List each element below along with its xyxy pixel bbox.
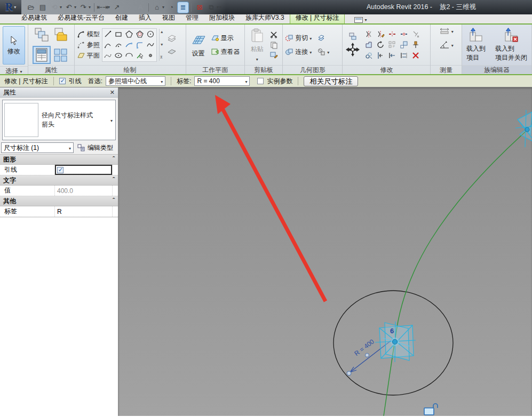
array-icon[interactable]: P [388, 41, 396, 49]
tag-icon[interactable]: ◇ [123, 2, 134, 13]
draw-center-arc-icon[interactable] [114, 41, 123, 49]
element-filter-select[interactable]: 尺寸标注 (1) [1, 142, 74, 153]
dimension-icon[interactable]: ⇤⇥ [97, 2, 108, 13]
ribbon-state-toggle[interactable]: ▾ [352, 17, 369, 23]
split-element-icon[interactable] [388, 30, 396, 38]
dimension-text[interactable]: R = 400 [353, 338, 376, 357]
mirror-draw-axis-icon[interactable] [376, 30, 385, 38]
draw-spline2-icon[interactable] [104, 51, 112, 60]
switch-windows-icon[interactable]: ⧉ [206, 2, 217, 13]
angle-dimension-button[interactable] [439, 40, 454, 50]
collapse-icon[interactable] [113, 197, 115, 205]
group-graphics[interactable]: 图形 [0, 155, 118, 165]
leader-property-checkbox[interactable] [57, 167, 63, 173]
pin-icon[interactable] [411, 41, 420, 49]
panel-label-select[interactable]: 选择 [0, 66, 28, 75]
paste-button[interactable]: 粘贴 [247, 27, 267, 63]
draw-rectangle-icon[interactable] [114, 30, 123, 38]
sync-caret-icon[interactable]: ▾ [60, 5, 62, 10]
load-into-project-button[interactable]: 载入到项目 [464, 26, 488, 63]
switch-windows-caret-icon[interactable]: ▾ [217, 5, 219, 10]
unjoin-icon[interactable] [317, 47, 325, 56]
text-icon[interactable]: A [135, 2, 146, 13]
draw-pick-lines-icon[interactable] [136, 51, 144, 60]
load-into-project-close-button[interactable]: 载入到项目并关闭 [493, 26, 529, 63]
properties-palette-icon[interactable] [34, 47, 50, 63]
close-icon[interactable]: ✕ [110, 89, 115, 96]
draw-point-icon[interactable] [146, 51, 155, 60]
draw-start-end-arc-icon[interactable] [104, 41, 112, 49]
cut-icon[interactable] [269, 30, 278, 39]
draw-inscribed-polygon-icon[interactable] [125, 30, 133, 38]
offset-icon[interactable] [364, 51, 373, 60]
draw-fillet-arc-icon[interactable] [136, 41, 144, 49]
tag-select[interactable]: R = 400 [194, 76, 250, 86]
collapse-icon[interactable] [113, 156, 115, 163]
green-reference-curve[interactable] [384, 130, 527, 416]
draw-plane-button[interactable]: 平面 [77, 51, 100, 60]
properties-header[interactable]: 属性 ✕ [0, 87, 118, 98]
move-icon[interactable] [345, 42, 361, 58]
leader-value-cell[interactable] [55, 165, 112, 175]
geometry-join-button[interactable]: 连接 [285, 47, 312, 57]
draw-scrollbar[interactable]: ▲ ▼ ⊼ [159, 29, 164, 61]
center-gizmo[interactable] [375, 322, 416, 362]
customize-qat-icon[interactable]: ▾ [219, 5, 221, 10]
match-type-icon[interactable] [269, 51, 278, 59]
modify-button[interactable]: 修改 [3, 26, 25, 65]
paste-aligned-icon[interactable] [348, 32, 357, 41]
trim-extend-corner-icon[interactable] [411, 30, 420, 38]
save-icon[interactable]: ▤ [37, 2, 48, 13]
redo-icon[interactable]: ↷ [78, 2, 89, 13]
align-icon[interactable]: ↑ [376, 51, 385, 60]
revit-app-menu[interactable]: R ▾ [0, 0, 21, 14]
view-caret-icon[interactable]: ▾ [162, 5, 164, 10]
related-dimensions-button[interactable]: 相关尺寸标注 [304, 76, 358, 86]
draw-model-button[interactable]: 模型 [77, 29, 100, 39]
family-category-icon[interactable] [53, 27, 69, 43]
scroll-expand-icon[interactable]: ⊼ [160, 55, 164, 60]
group-text[interactable]: 文字 [0, 175, 118, 186]
geometry-cut-button[interactable]: 剪切 [285, 33, 312, 43]
draw-circle-icon[interactable] [146, 30, 155, 38]
pick-3d-edges-icon[interactable] [166, 33, 177, 44]
draw-partial-ellipse-icon[interactable] [125, 51, 133, 60]
top-right-gizmo[interactable] [515, 110, 532, 147]
section-icon[interactable]: ◔ [166, 2, 177, 13]
workplane-set-button[interactable]: 设置 [188, 31, 209, 59]
drawing-canvas[interactable]: R = 400 6 [118, 87, 532, 416]
draw-ellipse-icon[interactable] [114, 51, 123, 60]
default-3d-view-icon[interactable]: ⌂ [152, 2, 162, 13]
prefer-select[interactable]: 参照墙中心线 [106, 76, 165, 86]
draw-circumscribed-polygon-icon[interactable] [136, 30, 144, 38]
instance-parameter-checkbox[interactable] [257, 78, 264, 84]
dimension-caret-icon[interactable]: ▾ [108, 5, 110, 10]
tag-cell[interactable]: R [55, 206, 112, 216]
measure-button[interactable] [439, 26, 454, 36]
draw-reference-button[interactable]: 参照 [77, 40, 100, 50]
scale-icon[interactable] [400, 41, 408, 49]
type-properties-icon[interactable] [34, 27, 50, 43]
type-selector[interactable]: 径向尺寸标注样式 箭头 [2, 100, 116, 140]
close-hidden-windows-icon[interactable]: ⊠ [194, 2, 205, 13]
leader-checkbox[interactable] [59, 78, 66, 84]
pick-face-icon[interactable] [166, 46, 177, 57]
delete-icon[interactable] [411, 51, 420, 60]
undo-caret-icon[interactable]: ▾ [74, 5, 76, 10]
rotate-icon[interactable] [376, 41, 385, 49]
dimension-end-grip[interactable] [347, 371, 351, 375]
workplane-viewer-button[interactable]: 查看器 [211, 47, 240, 57]
trim-extend-multi-icon[interactable] [400, 51, 408, 60]
cope-icon[interactable] [364, 41, 373, 49]
modify-arrow-icon[interactable]: ↗ [112, 2, 122, 13]
draw-spline-icon[interactable] [146, 41, 155, 49]
sync-icon[interactable]: ⟲ [49, 2, 60, 13]
scroll-down-icon[interactable]: ▼ [160, 43, 164, 46]
scroll-up-icon[interactable]: ▲ [160, 30, 164, 34]
show-hidden-box-icon[interactable] [317, 34, 325, 42]
value-cell[interactable]: 400.0 [55, 186, 112, 196]
edit-type-button[interactable]: 编辑类型 [76, 143, 114, 153]
draw-line-icon[interactable] [104, 30, 112, 38]
collapse-icon[interactable] [113, 177, 115, 184]
copy-icon[interactable] [269, 41, 278, 49]
